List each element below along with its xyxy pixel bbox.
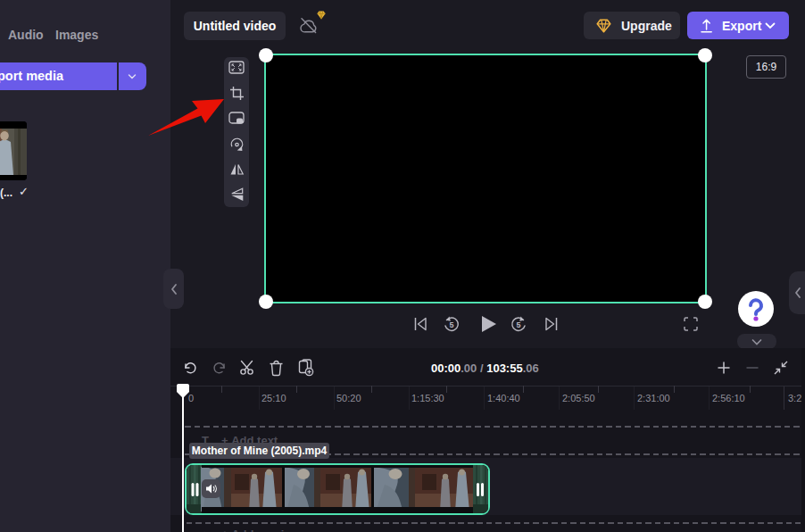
- svg-text:5: 5: [516, 320, 520, 329]
- svg-text:5: 5: [449, 320, 453, 329]
